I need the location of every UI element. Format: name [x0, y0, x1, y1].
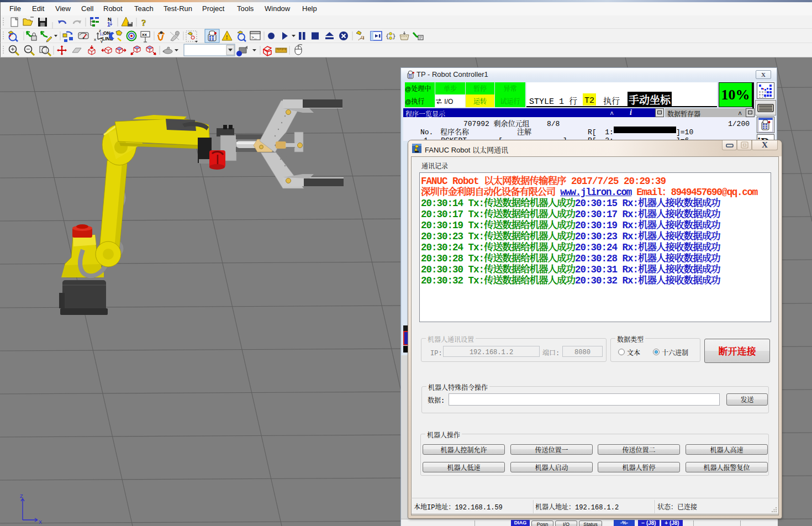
- svg-text:?: ?: [141, 18, 146, 28]
- svg-text:>_: >_: [251, 35, 257, 40]
- svg-text:xx: xx: [142, 32, 147, 37]
- svg-text:x: x: [94, 37, 96, 42]
- svg-text:{: {: [386, 33, 389, 40]
- svg-text:!: !: [226, 34, 228, 40]
- svg-text:Z: Z: [20, 493, 23, 499]
- svg-text:}: }: [392, 33, 396, 40]
- svg-text:X: X: [39, 519, 42, 525]
- svg-text:1: 1: [107, 22, 110, 28]
